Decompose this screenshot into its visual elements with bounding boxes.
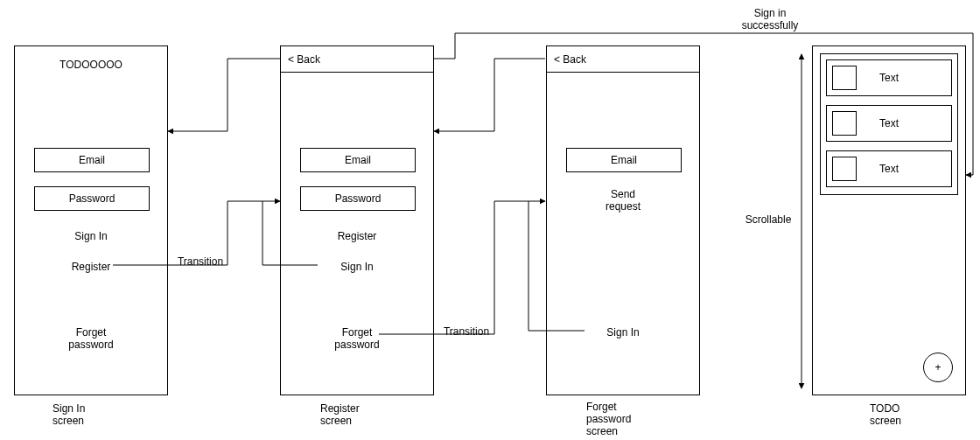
register-frame: < Back Email Password Register Sign In F… (280, 45, 434, 395)
transition2-label: Transition (440, 325, 493, 338)
scrollable-label: Scrollable (742, 213, 794, 226)
register-button[interactable]: Register (281, 230, 433, 242)
forget-back-header[interactable]: < Back (547, 46, 699, 73)
register-link[interactable]: Register (15, 261, 167, 273)
list-item[interactable]: Text (826, 150, 952, 187)
todo-caption: TODO screen (870, 402, 901, 427)
list-item[interactable]: Text (826, 105, 952, 142)
back-label: < Back (554, 53, 586, 66)
back-label: < Back (288, 53, 320, 66)
transition1-label: Transition (174, 255, 227, 268)
forget-caption: Forget password screen (586, 401, 631, 437)
sign-in-caption: Sign In screen (52, 402, 85, 427)
sign-in-button[interactable]: Sign In (15, 230, 167, 242)
send-request-button[interactable]: Send request (547, 188, 699, 213)
item-text: Text (827, 106, 951, 141)
sign-in-link[interactable]: Sign In (547, 326, 699, 339)
password-field[interactable]: Password (300, 186, 416, 211)
email-label: Email (345, 154, 371, 166)
password-field[interactable]: Password (34, 186, 150, 211)
item-text: Text (827, 151, 951, 186)
sign-in-success-label: Sign in successfully (726, 7, 814, 31)
forget-password-link[interactable]: Forget password (15, 326, 167, 351)
forget-frame: < Back Email Send request Sign In (546, 45, 700, 395)
list-item[interactable]: Text (826, 59, 952, 96)
plus-icon: + (934, 361, 941, 374)
sign-in-link[interactable]: Sign In (281, 261, 433, 273)
password-label: Password (335, 192, 382, 205)
forget-password-link[interactable]: Forget password (281, 326, 433, 351)
sign-in-frame: TODOOOOO Email Password Sign In Register… (14, 45, 168, 395)
email-label: Email (79, 154, 105, 166)
register-back-header[interactable]: < Back (281, 46, 433, 73)
todo-frame: Text Text Text + (812, 45, 966, 395)
email-field[interactable]: Email (34, 148, 150, 172)
email-field[interactable]: Email (300, 148, 416, 172)
todo-scroll-area[interactable]: Text Text Text (820, 53, 958, 195)
email-label: Email (611, 154, 637, 166)
password-label: Password (69, 192, 116, 205)
email-field[interactable]: Email (566, 148, 682, 172)
app-title: TODOOOOO (15, 59, 167, 71)
register-caption: Register screen (320, 402, 360, 427)
fab-add-button[interactable]: + (923, 353, 953, 382)
item-text: Text (827, 60, 951, 95)
